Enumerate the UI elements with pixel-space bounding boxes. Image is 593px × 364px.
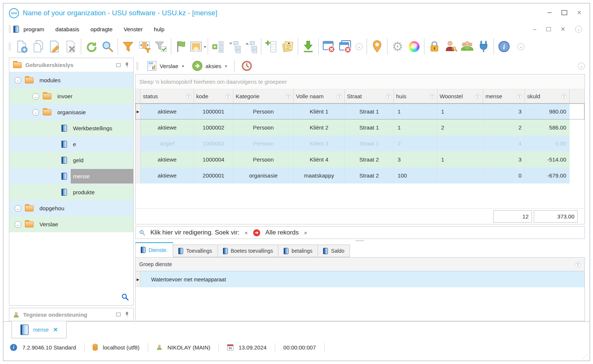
info-button[interactable]: i <box>496 38 512 55</box>
minimize-button[interactable] <box>546 10 552 15</box>
group-by-panel[interactable]: Sleep 'n kolomopskrif hierheen om daarvo… <box>136 74 584 89</box>
collapse-toggle-icon[interactable] <box>32 109 39 116</box>
aksies-dropdown-button[interactable]: aksies▾ <box>189 58 229 73</box>
column-header-status[interactable]: status <box>141 89 194 103</box>
tree-item-organisasie[interactable]: organisasie <box>9 104 133 120</box>
user-groups-button[interactable] <box>459 38 475 55</box>
table-row[interactable]: aktiewe 2000001 organisasie maatskappy S… <box>136 167 584 183</box>
tree-item-invoer[interactable]: invoer <box>9 88 133 104</box>
filter-edit-link[interactable]: Klik hier vir redigering. Soek vir: <box>150 229 239 236</box>
pin-icon[interactable] <box>124 312 130 317</box>
close-window-button[interactable] <box>321 38 337 55</box>
edit-document-button[interactable] <box>46 38 63 55</box>
filter-button[interactable] <box>120 38 136 55</box>
tree-item-werkbestellings[interactable]: Werkbestellings <box>9 120 133 136</box>
tree-item-produkte[interactable]: produkte <box>9 184 133 200</box>
tree-item-mense[interactable]: mense <box>9 168 133 184</box>
expand-toggle-icon[interactable] <box>32 93 39 100</box>
refresh-button[interactable] <box>83 38 99 55</box>
column-header-skuld[interactable]: skuld <box>525 89 570 103</box>
overflow-chevron-icon[interactable]: ⌄ <box>356 43 363 50</box>
image-button[interactable]: ▾ <box>189 38 206 55</box>
filter-funnel-icon[interactable] <box>429 93 435 99</box>
tree-item-modules[interactable]: modules <box>9 72 133 88</box>
export-button[interactable] <box>300 38 316 55</box>
column-header-volle-naam[interactable]: Volle naam <box>294 89 345 103</box>
menu-venster[interactable]: Venster <box>124 26 143 32</box>
collapse-toggle-icon[interactable] <box>15 77 21 84</box>
pin-icon[interactable] <box>124 62 130 68</box>
overflow-chevron-icon[interactable]: ⌄ <box>517 43 525 50</box>
location-button[interactable] <box>369 38 385 55</box>
menu-databasis[interactable]: databasis <box>55 26 79 32</box>
filter-funnel-icon[interactable] <box>286 93 291 99</box>
filter-funnel-icon[interactable] <box>225 93 231 99</box>
menu-opdragte[interactable]: opdragte <box>90 26 112 32</box>
copy-document-button[interactable] <box>30 38 46 55</box>
new-document-button[interactable] <box>13 38 30 55</box>
plugins-button[interactable] <box>475 38 492 55</box>
add-record-button[interactable] <box>263 38 280 55</box>
verslae-dropdown-button[interactable]: Verslae▾ <box>144 59 186 73</box>
document-tab-mense[interactable]: mense ✕ <box>12 321 67 338</box>
user-permissions-button[interactable] <box>443 38 459 55</box>
filter-funnel-icon[interactable] <box>575 262 581 267</box>
color-wheel-button[interactable] <box>406 38 422 55</box>
filter-funnel-icon[interactable] <box>186 93 191 99</box>
table-row[interactable]: ▶ Watertoevoer met meetapparaat <box>136 271 584 287</box>
filter-confirm-button[interactable] <box>153 38 169 55</box>
filter-funnel-icon[interactable] <box>475 93 481 99</box>
expand-list-button[interactable] <box>210 38 226 55</box>
toolbar-grip[interactable] <box>9 42 10 51</box>
lock-button[interactable] <box>426 38 443 55</box>
filter-funnel-icon[interactable] <box>386 93 391 99</box>
table-row[interactable]: Argief 1000003 Persoon Kliënt 3 Straat 1… <box>136 135 584 151</box>
column-header-woonstel[interactable]: Woonstel <box>437 89 483 103</box>
resize-grip[interactable]: ⋰ <box>583 354 587 359</box>
menu-program[interactable]: program <box>23 26 44 32</box>
tree-item-verslae[interactable]: Verslae <box>9 216 133 232</box>
settings-gear-button[interactable]: ⚙ <box>389 38 406 55</box>
tree-item-e[interactable]: e <box>9 136 133 152</box>
column-header-kategorie[interactable]: Kategorie <box>233 89 294 103</box>
tab-boetes-toevallings[interactable]: Boetes toevallings <box>218 245 279 257</box>
filter-range-button[interactable] <box>136 38 153 55</box>
overflow-chevron-icon[interactable]: ⌄ <box>578 63 585 70</box>
horizontal-splitter[interactable]: ▪▪▪▪▪▪ <box>135 239 585 242</box>
clear-search-button[interactable]: × <box>245 230 248 236</box>
table-row[interactable]: aktiewe 1000004 Persoon Kliënt 4 Straat … <box>136 151 584 167</box>
support-panel[interactable]: Tegniese ondersteuning <box>9 308 134 321</box>
tree-item-geld[interactable]: geld <box>9 152 133 168</box>
clear-filter-button[interactable]: × <box>304 230 307 236</box>
tab-betalings[interactable]: betalings <box>278 245 318 257</box>
toolbar-grip[interactable] <box>9 25 10 33</box>
table-row[interactable]: ▶ aktiewe 1000001 Persoon Kliënt 1 Straa… <box>136 103 584 119</box>
column-header-huis[interactable]: huis <box>394 89 437 103</box>
close-all-windows-button[interactable] <box>337 38 353 55</box>
flag-button[interactable] <box>173 38 189 55</box>
go-filter-icon[interactable]: ➜ <box>253 229 260 236</box>
tree-search-icon[interactable] <box>121 293 129 302</box>
column-header-kode[interactable]: kode <box>194 89 233 103</box>
close-button[interactable]: ✕ <box>576 10 582 15</box>
column-header-groep-dienste[interactable]: Groep dienste <box>136 258 584 271</box>
column-header-mense[interactable]: mense <box>483 89 525 103</box>
tab-toevallings[interactable]: Toevallings <box>173 245 217 257</box>
maximize-button[interactable] <box>561 10 567 15</box>
collapse-tree-button[interactable] <box>226 38 243 55</box>
mdi-restore-button[interactable] <box>546 27 551 31</box>
expand-toggle-icon[interactable] <box>15 221 21 228</box>
filter-funnel-icon[interactable] <box>517 93 522 99</box>
filter-funnel-icon[interactable] <box>337 93 342 99</box>
delete-document-button[interactable] <box>63 38 79 55</box>
panel-maximize-icon[interactable] <box>116 313 121 316</box>
filter-funnel-icon[interactable] <box>561 93 567 99</box>
clock-button[interactable] <box>239 57 254 74</box>
mdi-minimize-button[interactable]: – <box>533 26 536 33</box>
close-tab-button[interactable]: ✕ <box>53 326 58 333</box>
expand-tree-button[interactable] <box>243 38 259 55</box>
menu-hulp[interactable]: hulp <box>154 26 164 32</box>
tree-item-dopgehou[interactable]: dopgehou <box>9 200 133 216</box>
tab-saldo[interactable]: Saldo <box>318 245 350 257</box>
panel-restore-icon[interactable] <box>116 63 121 67</box>
